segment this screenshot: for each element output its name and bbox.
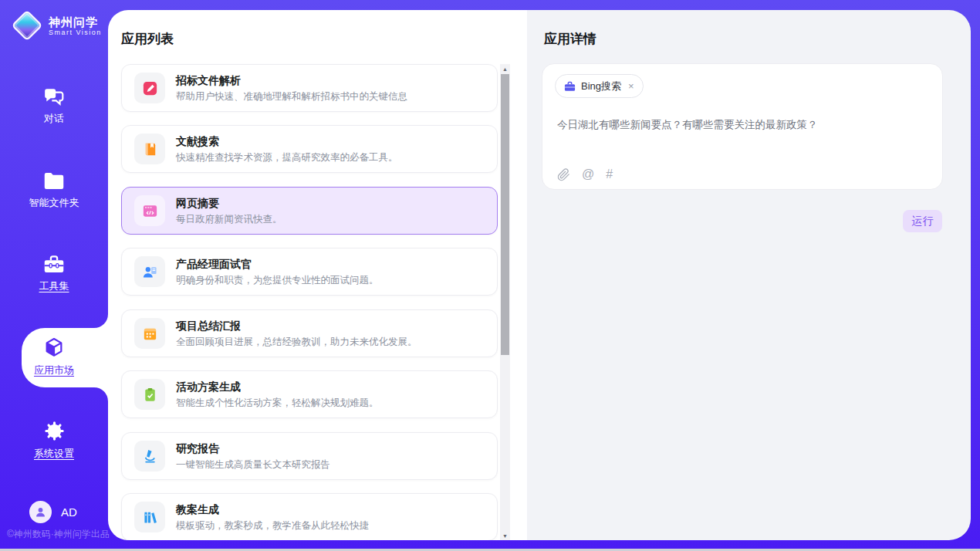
toolbox-icon [43, 255, 65, 274]
tag-close-icon[interactable]: × [628, 80, 634, 92]
app-card-project-summary[interactable]: 项目总结汇报 全面回顾项目进展，总结经验教训，助力未来优化发展。 [121, 309, 498, 357]
app-card-pm-interviewer[interactable]: 产品经理面试官 明确身份和职责，为您提供专业性的面试问题。 [121, 248, 498, 296]
app-name: 招标文件解析 [176, 74, 407, 86]
browser-code-icon [141, 202, 159, 220]
sidebar-item-smart-folder[interactable]: 智能文件夹 [0, 171, 108, 210]
run-button[interactable]: 运行 [903, 210, 942, 232]
book-icon [141, 140, 159, 158]
user-account[interactable]: AD [29, 501, 77, 523]
app-desc: 每日政府新闻资讯快查。 [176, 214, 282, 225]
copyright-footer: ©神州数码·神州问学出品 [7, 528, 110, 541]
app-card-lesson-plan[interactable]: 教案生成 模板驱动，教案秒成，教学准备从此轻松快捷 [121, 493, 498, 540]
input-toolbar: @ # [557, 167, 613, 181]
sidebar-item-label: 工具集 [39, 279, 69, 293]
app-list-title: 应用列表 [121, 30, 174, 48]
chat-icon [43, 86, 65, 106]
calendar-icon [141, 325, 159, 343]
app-card-bid-analysis[interactable]: 招标文件解析 帮助用户快速、准确地理解和解析招标书中的关键信息 [121, 64, 498, 112]
app-desc: 模板驱动，教案秒成，教学准备从此轻松快捷 [176, 520, 369, 531]
icon-tile [134, 318, 165, 349]
app-name: 产品经理面试官 [176, 258, 379, 270]
query-input-card[interactable]: Bing搜索 × 今日湖北有哪些新闻要点？有哪些需要关注的最新政策？ @ # [542, 63, 943, 190]
app-window: 神州问学 Smart Vision 对话 智能文件夹 [0, 0, 980, 551]
app-detail-title: 应用详情 [544, 30, 596, 48]
hash-tag-icon[interactable]: # [606, 167, 613, 181]
icon-tile [134, 502, 165, 532]
brand-logo: 神州问学 Smart Vision [12, 11, 102, 40]
query-text[interactable]: 今日湖北有哪些新闻要点？有哪些需要关注的最新政策？ [557, 117, 928, 132]
app-desc: 智能生成个性化活动方案，轻松解决规划难题。 [176, 397, 379, 408]
gear-icon [44, 421, 65, 441]
app-list-scrollbar[interactable]: ▲ ▼ [500, 64, 510, 540]
icon-tile [134, 256, 165, 287]
sidebar-item-chat[interactable]: 对话 [0, 86, 108, 126]
sidebar-item-label: 对话 [44, 112, 64, 126]
folder-icon [43, 171, 65, 191]
app-card-web-summary[interactable]: 网页摘要 每日政府新闻资讯快查。 [121, 187, 498, 235]
icon-tile [134, 134, 165, 164]
diamond-logo-icon [12, 11, 42, 40]
scroll-down-icon[interactable]: ▼ [500, 531, 510, 540]
bing-search-tag[interactable]: Bing搜索 × [555, 74, 644, 98]
icon-tile [134, 441, 165, 472]
paperclip-icon[interactable] [557, 168, 570, 181]
user-name: AD [61, 505, 77, 519]
app-desc: 帮助用户快速、准确地理解和解析招标书中的关键信息 [176, 91, 407, 102]
icon-tile [134, 73, 165, 103]
books-icon [141, 509, 159, 526]
sidebar-item-label: 应用市场 [34, 363, 74, 377]
avatar [29, 501, 52, 523]
app-card-literature-search[interactable]: 文献搜索 快速精准查找学术资源，提高研究效率的必备工具。 [121, 125, 498, 173]
brand-subtitle: Smart Vision [49, 29, 102, 36]
microscope-icon [141, 448, 159, 465]
app-card-research-report[interactable]: 研究报告 一键智能生成高质量长文本研究报告 [121, 432, 498, 480]
sidebar-item-toolset[interactable]: 工具集 [0, 255, 108, 293]
pen-square-icon [141, 79, 159, 97]
sidebar-item-settings[interactable]: 系统设置 [0, 421, 108, 461]
app-name: 研究报告 [176, 442, 330, 455]
tag-label: Bing搜索 [581, 79, 621, 93]
app-name: 项目总结汇报 [176, 319, 417, 332]
sidebar-item-label: 系统设置 [34, 447, 74, 461]
scroll-up-icon[interactable]: ▲ [500, 64, 510, 73]
briefcase-icon [564, 81, 576, 92]
scrollbar-thumb[interactable] [501, 74, 509, 355]
cube-icon [43, 336, 65, 358]
icon-tile [134, 379, 165, 410]
icon-tile [134, 195, 165, 226]
app-desc: 全面回顾项目进展，总结经验教训，助力未来优化发展。 [176, 336, 417, 347]
app-name: 网页摘要 [176, 197, 282, 209]
app-desc: 快速精准查找学术资源，提高研究效率的必备工具。 [176, 152, 398, 163]
app-list-panel: 应用列表 招标文件解析 帮助用户快速、准确地理解和解析招标书中的关键信息 [108, 10, 527, 540]
sidebar-item-app-market[interactable]: 应用市场 [0, 336, 108, 377]
clipboard-check-icon [141, 386, 159, 404]
at-mention-icon[interactable]: @ [582, 167, 594, 181]
brand-name: 神州问学 [49, 15, 102, 29]
app-detail-panel: 应用详情 Bing搜索 × 今日湖北有哪些新闻要点？有哪些需要关注的最新政策？ … [527, 10, 971, 540]
app-name: 活动方案生成 [176, 380, 379, 393]
app-desc: 一键智能生成高质量长文本研究报告 [176, 459, 330, 470]
interviewer-icon [141, 263, 159, 281]
app-name: 教案生成 [176, 503, 369, 516]
sidebar-item-label: 智能文件夹 [29, 196, 79, 210]
app-card-event-plan[interactable]: 活动方案生成 智能生成个性化活动方案，轻松解决规划难题。 [121, 370, 498, 418]
sidebar: 神州问学 Smart Vision 对话 智能文件夹 [0, 0, 108, 549]
app-desc: 明确身份和职责，为您提供专业性的面试问题。 [176, 275, 379, 286]
person-icon [34, 505, 47, 519]
app-name: 文献搜索 [176, 135, 398, 147]
